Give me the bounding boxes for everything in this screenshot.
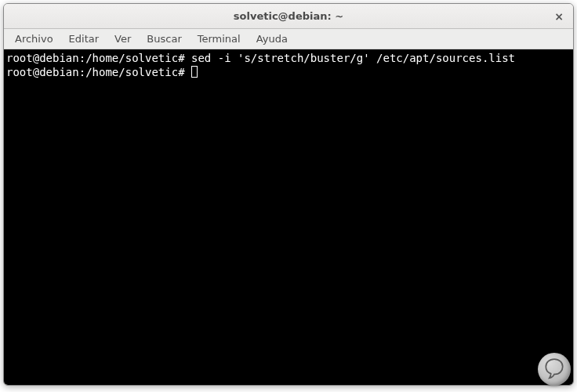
menu-terminal[interactable]: Terminal xyxy=(190,31,249,47)
speech-bubble-icon xyxy=(544,358,564,381)
terminal-line: root@debian:/home/solvetic# xyxy=(6,65,571,79)
prompt: root@debian:/home/solvetic# xyxy=(6,52,185,64)
titlebar[interactable]: solvetic@debian: ~ × xyxy=(4,4,573,29)
terminal-line: root@debian:/home/solvetic# sed -i 's/st… xyxy=(6,51,571,65)
menu-editar[interactable]: Editar xyxy=(61,31,107,47)
terminal-window: solvetic@debian: ~ × Archivo Editar Ver … xyxy=(3,3,574,386)
window-title: solvetic@debian: ~ xyxy=(234,10,343,22)
menubar: Archivo Editar Ver Buscar Terminal Ayuda xyxy=(4,29,573,49)
command-text: sed -i 's/stretch/buster/g' /etc/apt/sou… xyxy=(191,52,515,64)
prompt: root@debian:/home/solvetic# xyxy=(6,66,185,78)
close-icon[interactable]: × xyxy=(553,10,565,23)
menu-ayuda[interactable]: Ayuda xyxy=(249,31,296,47)
menu-buscar[interactable]: Buscar xyxy=(139,31,189,47)
menu-archivo[interactable]: Archivo xyxy=(7,31,61,47)
menu-ver[interactable]: Ver xyxy=(107,31,139,47)
cursor-icon xyxy=(191,66,198,78)
terminal-area[interactable]: root@debian:/home/solvetic# sed -i 's/st… xyxy=(4,49,573,385)
watermark-badge xyxy=(538,353,571,386)
